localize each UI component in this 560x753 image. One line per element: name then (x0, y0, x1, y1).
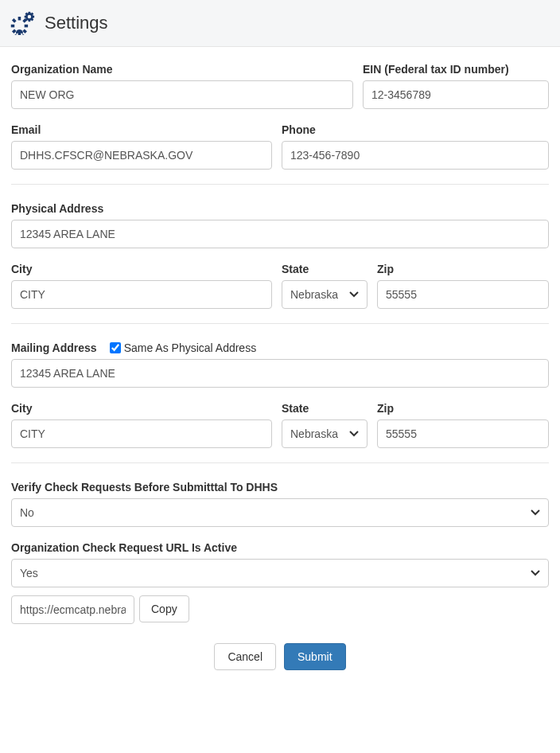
ein-label: EIN (Federal tax ID number) (363, 63, 549, 76)
svg-rect-12 (25, 16, 27, 18)
same-as-physical-checkbox[interactable] (110, 342, 121, 353)
svg-point-9 (28, 15, 31, 18)
svg-rect-3 (25, 25, 28, 28)
gears-icon (10, 11, 35, 35)
svg-rect-0 (18, 17, 21, 20)
phone-input[interactable] (282, 141, 549, 170)
divider (11, 184, 549, 185)
page-header: Settings (0, 0, 560, 47)
phys-zip-input[interactable] (377, 280, 549, 309)
email-label: Email (11, 123, 272, 136)
phys-city-input[interactable] (11, 280, 272, 309)
phys-state-select[interactable]: Nebraska (282, 280, 368, 309)
svg-rect-11 (29, 20, 31, 22)
svg-rect-4 (12, 18, 17, 23)
phys-city-label: City (11, 263, 272, 275)
chevron-down-icon (531, 509, 540, 516)
mail-state-label: State (282, 402, 368, 415)
mail-state-value: Nebraska (290, 427, 338, 440)
svg-rect-2 (11, 25, 14, 28)
mail-city-input[interactable] (11, 419, 272, 448)
verify-check-value: No (20, 506, 34, 519)
svg-rect-1 (18, 32, 21, 35)
mail-state-select[interactable]: Nebraska (282, 419, 368, 448)
cancel-button[interactable]: Cancel (214, 643, 276, 670)
ein-input[interactable] (363, 80, 549, 109)
same-as-physical-label: Same As Physical Address (124, 341, 257, 354)
svg-rect-10 (29, 12, 31, 14)
org-name-label: Organization Name (11, 63, 353, 76)
chevron-down-icon (531, 570, 540, 576)
url-active-select[interactable]: Yes (11, 559, 549, 587)
url-active-label: Organization Check Request URL Is Active (11, 541, 549, 554)
chevron-down-icon (349, 431, 359, 437)
url-input[interactable] (11, 595, 134, 624)
physical-address-input[interactable] (11, 220, 549, 248)
mailing-address-input[interactable] (11, 359, 549, 388)
svg-rect-5 (22, 29, 27, 33)
phone-label: Phone (282, 123, 549, 136)
phys-state-value: Nebraska (290, 288, 338, 301)
phys-zip-label: Zip (377, 263, 549, 275)
physical-address-label: Physical Address (11, 202, 549, 215)
mail-zip-input[interactable] (377, 419, 549, 448)
email-input[interactable] (11, 141, 272, 170)
verify-check-select[interactable]: No (11, 498, 549, 527)
divider (11, 462, 549, 463)
copy-button[interactable]: Copy (139, 595, 189, 622)
url-active-value: Yes (20, 567, 38, 579)
chevron-down-icon (349, 291, 359, 298)
phys-state-label: State (282, 263, 368, 275)
org-name-input[interactable] (11, 80, 353, 109)
svg-rect-6 (12, 29, 17, 33)
submit-button[interactable]: Submit (284, 643, 346, 670)
divider (11, 323, 549, 324)
page-title: Settings (45, 13, 108, 33)
svg-rect-13 (32, 16, 34, 18)
settings-form: Organization Name EIN (Federal tax ID nu… (0, 47, 560, 686)
mail-zip-label: Zip (377, 402, 549, 415)
mail-city-label: City (11, 402, 272, 415)
mailing-address-label: Mailing Address (11, 341, 97, 354)
verify-check-label: Verify Check Requests Before Submitttal … (11, 481, 549, 494)
